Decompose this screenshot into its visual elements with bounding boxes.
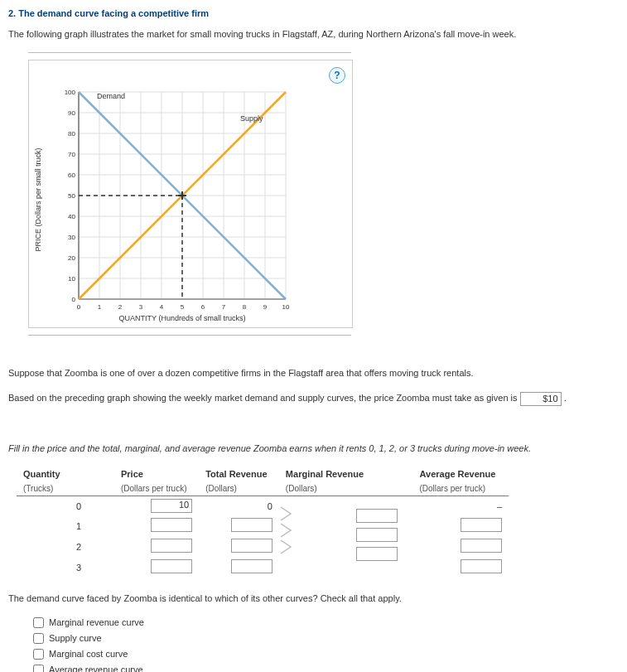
svg-text:7: 7 (222, 303, 226, 311)
table-row: 0 10 0 – (17, 496, 509, 516)
col-tr: Total Revenue (199, 467, 279, 481)
svg-text:4: 4 (160, 303, 164, 311)
ar-cell-0: – (413, 496, 509, 516)
y-axis-label: PRICE (Dollars per small truck) (34, 148, 42, 252)
ar-input-3[interactable] (461, 559, 502, 573)
svg-text:40: 40 (68, 213, 75, 220)
price-input-0[interactable]: 10 (151, 499, 192, 513)
check-row: Average revenue curve (33, 665, 619, 672)
price-input-1[interactable] (151, 518, 192, 532)
question-2: The demand curve faced by Zoomba is iden… (8, 592, 619, 605)
check-label: Average revenue curve (49, 665, 143, 672)
check-row: Marginal cost curve (33, 649, 619, 660)
col-mr: Marginal Revenue (279, 467, 413, 481)
svg-text:80: 80 (68, 130, 75, 138)
x-axis-label: QUANTITY (Hundreds of small trucks) (119, 314, 246, 322)
demand-label: Demand (97, 92, 125, 100)
price-sentence: Based on the preceding graph showing the… (8, 392, 619, 406)
col-tr-sub: (Dollars) (199, 481, 279, 496)
table-row: 3 (17, 557, 509, 578)
price-sentence-suffix: . (564, 393, 567, 403)
svg-text:90: 90 (68, 109, 75, 117)
tr-input-2[interactable] (231, 539, 273, 553)
table-row: 1 (17, 515, 509, 536)
svg-text:20: 20 (68, 254, 75, 262)
col-price: Price (114, 467, 199, 481)
svg-text:30: 30 (68, 234, 75, 241)
qty-cell: 2 (17, 536, 114, 557)
check-ar[interactable] (33, 665, 44, 672)
divider-top (28, 52, 351, 53)
mr-input-3[interactable] (356, 547, 398, 561)
supply-label: Supply (240, 114, 263, 123)
tr-input-3[interactable] (231, 559, 273, 573)
svg-text:0: 0 (72, 296, 76, 303)
divider-bottom (28, 335, 351, 336)
check-list: Marginal revenue curve Supply curve Marg… (33, 617, 619, 672)
question-title: 2. The demand curve facing a competitive… (8, 8, 619, 18)
col-price-sub: (Dollars per truck) (114, 481, 199, 496)
table-row: 2 (17, 536, 509, 557)
col-ar-sub: (Dollars per truck) (413, 481, 509, 496)
chart-container: ? (28, 60, 353, 328)
svg-text:60: 60 (68, 172, 75, 179)
tr-input-1[interactable] (231, 518, 273, 532)
mr-input-1[interactable] (356, 509, 398, 523)
check-row: Marginal revenue curve (33, 617, 619, 628)
revenue-table: Quantity Price Total Revenue Marginal Re… (17, 467, 509, 578)
svg-text:2: 2 (118, 303, 123, 311)
check-label: Supply curve (49, 633, 102, 643)
svg-text:10: 10 (282, 303, 290, 311)
ar-input-1[interactable] (461, 518, 502, 532)
svg-text:10: 10 (68, 275, 75, 283)
svg-text:50: 50 (68, 192, 75, 200)
check-mc[interactable] (33, 649, 44, 660)
mr-chevrons (279, 505, 354, 568)
intro-text: The following graph illustrates the mark… (8, 28, 619, 41)
mr-input-2[interactable] (356, 528, 398, 542)
check-label: Marginal revenue curve (49, 617, 144, 627)
qty-cell: 3 (17, 557, 114, 578)
check-supply[interactable] (33, 633, 44, 644)
ar-input-2[interactable] (461, 539, 502, 553)
col-mr-sub: (Dollars) (279, 481, 413, 496)
price-input-3[interactable] (151, 559, 192, 573)
price-answer-input[interactable]: $10 (520, 392, 562, 406)
price-input-2[interactable] (151, 539, 192, 553)
col-qty-sub: (Trucks) (17, 481, 114, 496)
check-row: Supply curve (33, 633, 619, 644)
paragraph-2: Suppose that Zoomba is one of over a doz… (8, 367, 619, 380)
col-ar: Average Revenue (413, 467, 509, 481)
col-qty: Quantity (17, 467, 114, 481)
svg-text:8: 8 (243, 303, 247, 311)
supply-demand-chart: Demand Supply 0 10 20 30 40 50 60 70 80 … (29, 67, 344, 324)
svg-text:5: 5 (181, 303, 185, 311)
svg-text:0: 0 (77, 303, 81, 311)
svg-text:70: 70 (68, 151, 75, 158)
qty-cell: 0 (17, 496, 114, 516)
svg-text:9: 9 (263, 303, 268, 311)
check-label: Marginal cost curve (49, 649, 128, 659)
check-mr[interactable] (33, 617, 44, 628)
svg-text:3: 3 (139, 303, 143, 311)
fill-instruction: Fill in the price and the total, margina… (8, 442, 619, 455)
tr-cell-0: 0 (199, 496, 279, 516)
svg-text:6: 6 (201, 303, 205, 311)
qty-cell: 1 (17, 515, 114, 536)
price-sentence-prefix: Based on the preceding graph showing the… (8, 393, 518, 403)
svg-text:1: 1 (98, 303, 102, 311)
svg-text:100: 100 (65, 89, 76, 96)
